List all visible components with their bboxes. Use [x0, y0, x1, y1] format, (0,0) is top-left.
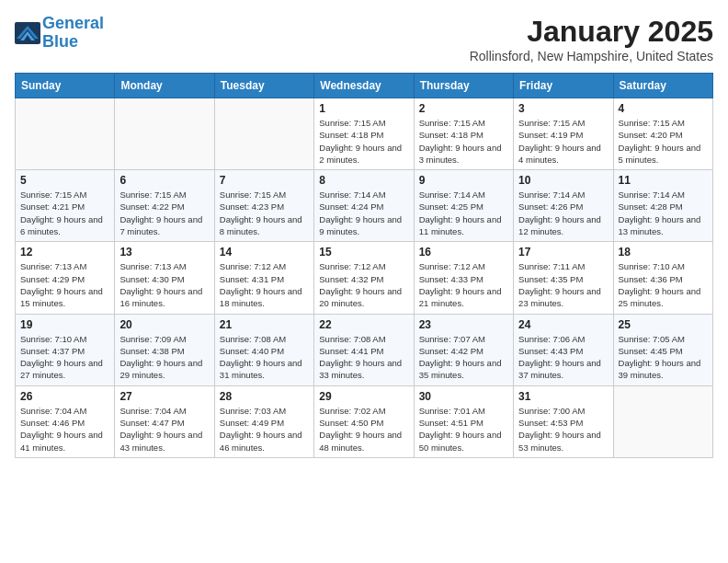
day-number: 13	[119, 246, 209, 259]
header: General Blue January 2025 Rollinsford, N…	[15, 15, 713, 63]
day-info: Sunrise: 7:15 AM Sunset: 4:20 PM Dayligh…	[619, 117, 708, 166]
day-cell: 18Sunrise: 7:10 AM Sunset: 4:36 PM Dayli…	[613, 242, 712, 314]
day-info: Sunrise: 7:15 AM Sunset: 4:19 PM Dayligh…	[518, 117, 608, 166]
col-header-monday: Monday	[115, 74, 214, 98]
week-row-2: 12Sunrise: 7:13 AM Sunset: 4:29 PM Dayli…	[16, 242, 713, 314]
day-cell: 16Sunrise: 7:12 AM Sunset: 4:33 PM Dayli…	[414, 242, 513, 314]
day-cell	[613, 385, 712, 457]
day-info: Sunrise: 7:05 AM Sunset: 4:45 PM Dayligh…	[619, 333, 708, 382]
logo-text: General Blue	[42, 15, 104, 52]
day-cell: 20Sunrise: 7:09 AM Sunset: 4:38 PM Dayli…	[115, 314, 214, 385]
day-number: 6	[119, 174, 209, 187]
day-number: 26	[20, 390, 109, 403]
day-info: Sunrise: 7:12 AM Sunset: 4:32 PM Dayligh…	[319, 260, 408, 309]
day-number: 29	[319, 390, 408, 403]
day-cell: 17Sunrise: 7:11 AM Sunset: 4:35 PM Dayli…	[514, 242, 613, 314]
day-number: 14	[220, 246, 309, 259]
day-cell: 26Sunrise: 7:04 AM Sunset: 4:46 PM Dayli…	[16, 385, 115, 457]
day-cell: 12Sunrise: 7:13 AM Sunset: 4:29 PM Dayli…	[16, 242, 115, 314]
day-cell	[115, 98, 214, 170]
day-cell: 22Sunrise: 7:08 AM Sunset: 4:41 PM Dayli…	[314, 314, 414, 385]
day-info: Sunrise: 7:14 AM Sunset: 4:24 PM Dayligh…	[319, 189, 408, 237]
day-cell: 5Sunrise: 7:15 AM Sunset: 4:21 PM Daylig…	[16, 170, 115, 242]
col-header-wednesday: Wednesday	[314, 74, 414, 98]
day-cell: 1Sunrise: 7:15 AM Sunset: 4:18 PM Daylig…	[314, 98, 414, 170]
day-number: 19	[20, 318, 109, 331]
day-info: Sunrise: 7:14 AM Sunset: 4:28 PM Dayligh…	[619, 189, 708, 237]
day-number: 22	[319, 318, 408, 331]
day-info: Sunrise: 7:13 AM Sunset: 4:29 PM Dayligh…	[20, 260, 109, 309]
day-number: 28	[220, 390, 309, 403]
day-number: 1	[319, 102, 408, 115]
title-block: January 2025 Rollinsford, New Hampshire,…	[470, 15, 713, 63]
day-info: Sunrise: 7:14 AM Sunset: 4:25 PM Dayligh…	[419, 189, 508, 237]
day-number: 7	[220, 174, 309, 187]
day-cell: 9Sunrise: 7:14 AM Sunset: 4:25 PM Daylig…	[414, 170, 513, 242]
day-number: 11	[619, 174, 708, 187]
day-cell: 19Sunrise: 7:10 AM Sunset: 4:37 PM Dayli…	[16, 314, 115, 385]
day-info: Sunrise: 7:08 AM Sunset: 4:41 PM Dayligh…	[319, 333, 408, 382]
day-number: 18	[619, 246, 708, 259]
day-info: Sunrise: 7:06 AM Sunset: 4:43 PM Dayligh…	[518, 333, 608, 382]
day-cell: 27Sunrise: 7:04 AM Sunset: 4:47 PM Dayli…	[115, 385, 214, 457]
day-info: Sunrise: 7:12 AM Sunset: 4:31 PM Dayligh…	[220, 260, 309, 309]
day-cell: 21Sunrise: 7:08 AM Sunset: 4:40 PM Dayli…	[214, 314, 313, 385]
day-info: Sunrise: 7:00 AM Sunset: 4:53 PM Dayligh…	[518, 405, 608, 454]
day-cell: 14Sunrise: 7:12 AM Sunset: 4:31 PM Dayli…	[214, 242, 313, 314]
day-info: Sunrise: 7:12 AM Sunset: 4:33 PM Dayligh…	[419, 260, 508, 309]
day-info: Sunrise: 7:15 AM Sunset: 4:18 PM Dayligh…	[319, 117, 408, 166]
day-info: Sunrise: 7:04 AM Sunset: 4:46 PM Dayligh…	[20, 405, 109, 454]
day-number: 20	[119, 318, 209, 331]
day-info: Sunrise: 7:07 AM Sunset: 4:42 PM Dayligh…	[419, 333, 508, 382]
day-cell: 6Sunrise: 7:15 AM Sunset: 4:22 PM Daylig…	[115, 170, 214, 242]
location-title: Rollinsford, New Hampshire, United State…	[470, 49, 713, 63]
logo: General Blue	[15, 15, 104, 52]
day-cell: 10Sunrise: 7:14 AM Sunset: 4:26 PM Dayli…	[514, 170, 613, 242]
col-header-tuesday: Tuesday	[214, 74, 313, 98]
day-cell: 11Sunrise: 7:14 AM Sunset: 4:28 PM Dayli…	[613, 170, 712, 242]
day-info: Sunrise: 7:13 AM Sunset: 4:30 PM Dayligh…	[119, 260, 209, 309]
week-row-3: 19Sunrise: 7:10 AM Sunset: 4:37 PM Dayli…	[16, 314, 713, 385]
day-number: 5	[20, 174, 109, 187]
day-cell: 8Sunrise: 7:14 AM Sunset: 4:24 PM Daylig…	[314, 170, 414, 242]
month-title: January 2025	[470, 15, 713, 49]
day-info: Sunrise: 7:15 AM Sunset: 4:21 PM Dayligh…	[20, 189, 109, 237]
day-number: 17	[518, 246, 608, 259]
week-row-4: 26Sunrise: 7:04 AM Sunset: 4:46 PM Dayli…	[16, 385, 713, 457]
day-number: 15	[319, 246, 408, 259]
day-cell: 23Sunrise: 7:07 AM Sunset: 4:42 PM Dayli…	[414, 314, 513, 385]
col-header-saturday: Saturday	[613, 74, 712, 98]
day-number: 2	[419, 102, 508, 115]
day-info: Sunrise: 7:03 AM Sunset: 4:49 PM Dayligh…	[220, 405, 309, 454]
day-number: 10	[518, 174, 608, 187]
day-number: 16	[419, 246, 508, 259]
day-info: Sunrise: 7:10 AM Sunset: 4:37 PM Dayligh…	[20, 333, 109, 382]
logo-icon	[15, 22, 40, 44]
day-cell: 7Sunrise: 7:15 AM Sunset: 4:23 PM Daylig…	[214, 170, 313, 242]
day-cell: 30Sunrise: 7:01 AM Sunset: 4:51 PM Dayli…	[414, 385, 513, 457]
day-info: Sunrise: 7:15 AM Sunset: 4:22 PM Dayligh…	[119, 189, 209, 237]
day-info: Sunrise: 7:15 AM Sunset: 4:18 PM Dayligh…	[419, 117, 508, 166]
day-info: Sunrise: 7:08 AM Sunset: 4:40 PM Dayligh…	[220, 333, 309, 382]
day-cell: 31Sunrise: 7:00 AM Sunset: 4:53 PM Dayli…	[514, 385, 613, 457]
day-number: 8	[319, 174, 408, 187]
day-number: 31	[518, 390, 608, 403]
day-info: Sunrise: 7:10 AM Sunset: 4:36 PM Dayligh…	[619, 260, 708, 309]
day-cell: 15Sunrise: 7:12 AM Sunset: 4:32 PM Dayli…	[314, 242, 414, 314]
day-info: Sunrise: 7:11 AM Sunset: 4:35 PM Dayligh…	[518, 260, 608, 309]
day-number: 3	[518, 102, 608, 115]
calendar-header-row: SundayMondayTuesdayWednesdayThursdayFrid…	[16, 74, 713, 98]
day-cell	[214, 98, 313, 170]
day-info: Sunrise: 7:04 AM Sunset: 4:47 PM Dayligh…	[119, 405, 209, 454]
week-row-1: 5Sunrise: 7:15 AM Sunset: 4:21 PM Daylig…	[16, 170, 713, 242]
col-header-friday: Friday	[514, 74, 613, 98]
calendar-table: SundayMondayTuesdayWednesdayThursdayFrid…	[15, 73, 713, 458]
day-cell: 3Sunrise: 7:15 AM Sunset: 4:19 PM Daylig…	[514, 98, 613, 170]
col-header-thursday: Thursday	[414, 74, 513, 98]
day-info: Sunrise: 7:15 AM Sunset: 4:23 PM Dayligh…	[220, 189, 309, 237]
day-number: 12	[20, 246, 109, 259]
day-number: 4	[619, 102, 708, 115]
day-number: 9	[419, 174, 508, 187]
day-cell	[16, 98, 115, 170]
page-container: General Blue January 2025 Rollinsford, N…	[0, 0, 728, 465]
